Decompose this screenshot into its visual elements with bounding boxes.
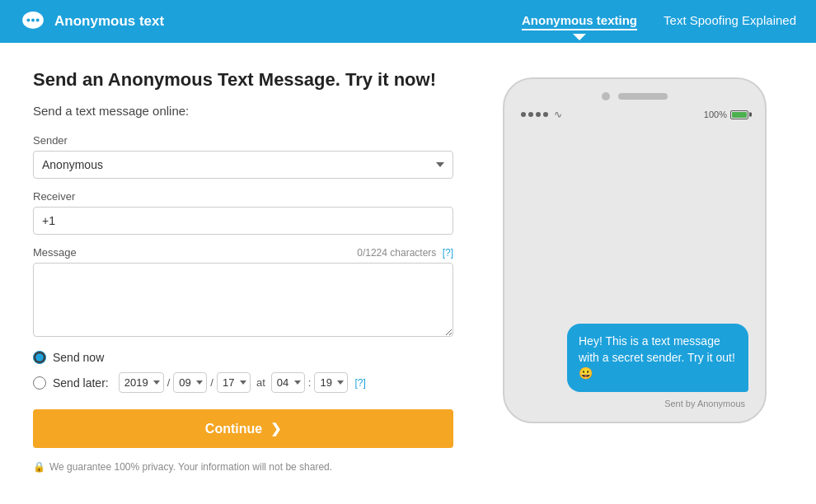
receiver-label: Receiver bbox=[33, 190, 453, 203]
send-now-radio[interactable] bbox=[33, 351, 46, 364]
min-select[interactable]: 19 bbox=[314, 372, 348, 393]
privacy-text: We guarantee 100% privacy. Your informat… bbox=[49, 461, 332, 473]
message-textarea[interactable] bbox=[33, 263, 453, 337]
char-count-text: 0/1224 characters bbox=[357, 247, 436, 259]
main-content: Send an Anonymous Text Message. Try it n… bbox=[0, 43, 816, 492]
continue-arrow-icon: ❯ bbox=[270, 421, 281, 436]
svg-point-3 bbox=[31, 18, 35, 21]
right-panel: ∿ 100% Hey! This is a text message with … bbox=[486, 69, 783, 473]
sender-select[interactable]: Anonymous bbox=[33, 151, 453, 179]
schedule-selects: 2019 / 09 / 17 at 04 : 1 bbox=[119, 372, 366, 393]
send-now-row: Send now bbox=[33, 351, 453, 364]
message-bubble: Hey! This is a text message with a secre… bbox=[567, 324, 748, 392]
battery-area: 100% bbox=[704, 110, 748, 119]
message-header: Message 0/1224 characters [?] bbox=[33, 246, 453, 259]
message-bubble-text: Hey! This is a text message with a secre… bbox=[579, 334, 735, 380]
send-later-row: Send later: 2019 / 09 / 17 at 04 bbox=[33, 372, 453, 393]
privacy-note: 🔒 We guarantee 100% privacy. Your inform… bbox=[33, 461, 453, 473]
phone-speaker bbox=[618, 93, 668, 100]
phone-top bbox=[514, 92, 755, 100]
svg-point-4 bbox=[36, 18, 40, 21]
brand-icon bbox=[20, 8, 46, 35]
nav-anonymous-texting[interactable]: Anonymous texting bbox=[522, 13, 637, 30]
day-select[interactable]: 17 bbox=[217, 372, 251, 393]
schedule-help-link[interactable]: [?] bbox=[354, 377, 365, 389]
year-select[interactable]: 2019 bbox=[119, 372, 164, 393]
signal-dots: ∿ bbox=[521, 109, 562, 120]
phone-camera bbox=[602, 92, 610, 100]
hour-select[interactable]: 04 bbox=[271, 372, 305, 393]
receiver-group: Receiver bbox=[33, 190, 453, 235]
nav-links: Anonymous texting Text Spoofing Explaine… bbox=[522, 13, 796, 30]
left-panel: Send an Anonymous Text Message. Try it n… bbox=[33, 69, 453, 473]
dot-3 bbox=[536, 112, 541, 117]
dot-4 bbox=[543, 112, 548, 117]
page-title: Send an Anonymous Text Message. Try it n… bbox=[33, 69, 453, 91]
message-group: Message 0/1224 characters [?] bbox=[33, 246, 453, 339]
dot-2 bbox=[528, 112, 533, 117]
nav-text-spoofing[interactable]: Text Spoofing Explained bbox=[664, 13, 796, 30]
svg-point-2 bbox=[26, 18, 30, 21]
phone-mockup: ∿ 100% Hey! This is a text message with … bbox=[503, 77, 767, 423]
sep-slash-2: / bbox=[210, 376, 213, 389]
brand: Anonymous text bbox=[20, 8, 164, 35]
at-text: at bbox=[256, 376, 265, 389]
send-now-label: Send now bbox=[53, 351, 104, 364]
dot-1 bbox=[521, 112, 526, 117]
lock-icon: 🔒 bbox=[33, 461, 45, 473]
wifi-icon: ∿ bbox=[554, 109, 562, 120]
send-later-radio[interactable] bbox=[33, 376, 46, 390]
sender-label: Sender bbox=[33, 134, 453, 147]
battery-percent: 100% bbox=[704, 110, 727, 119]
brand-name: Anonymous text bbox=[54, 13, 164, 30]
phone-status-bar: ∿ 100% bbox=[514, 109, 755, 120]
battery-icon bbox=[730, 110, 748, 119]
sent-by: Sent by Anonymous bbox=[521, 399, 748, 408]
month-select[interactable]: 09 bbox=[173, 372, 207, 393]
sep-colon: : bbox=[308, 376, 312, 389]
send-later-label: Send later: bbox=[53, 376, 109, 390]
radio-group: Send now Send later: 2019 / 09 / 17 bbox=[33, 351, 453, 393]
receiver-input[interactable] bbox=[33, 207, 453, 235]
continue-button[interactable]: Continue ❯ bbox=[33, 409, 453, 448]
char-count: 0/1224 characters [?] bbox=[357, 247, 453, 259]
sender-group: Sender Anonymous bbox=[33, 134, 453, 179]
char-help-link[interactable]: [?] bbox=[443, 247, 453, 259]
sep-slash-1: / bbox=[167, 376, 171, 389]
subtitle: Send a text message online: bbox=[33, 104, 453, 118]
continue-label: Continue bbox=[205, 422, 262, 436]
chat-area: Hey! This is a text message with a secre… bbox=[514, 128, 755, 408]
navbar: Anonymous text Anonymous texting Text Sp… bbox=[0, 0, 816, 43]
battery-fill bbox=[732, 112, 747, 118]
message-label: Message bbox=[33, 246, 77, 259]
